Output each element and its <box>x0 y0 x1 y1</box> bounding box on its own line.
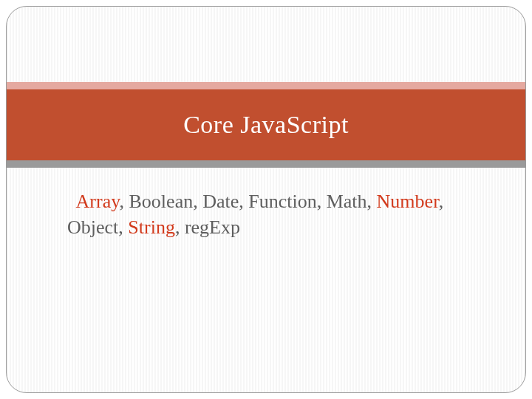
type-segment-3: , regExp <box>175 216 240 238</box>
slide-title: Core JavaScript <box>183 111 349 139</box>
title-band: Core JavaScript <box>7 82 525 168</box>
accent-stripe-bottom <box>7 160 525 168</box>
type-string: String <box>128 216 175 238</box>
type-segment-1: , Boolean, Date, Function, Math, <box>120 191 377 212</box>
slide-frame: Core JavaScript Array, Boolean, Date, Fu… <box>6 6 526 393</box>
type-array: Array <box>76 191 120 212</box>
body-text: Array, Boolean, Date, Function, Math, Nu… <box>67 188 474 240</box>
type-number: Number <box>377 191 439 212</box>
title-bar: Core JavaScript <box>7 89 525 160</box>
accent-stripe-top <box>7 82 525 89</box>
